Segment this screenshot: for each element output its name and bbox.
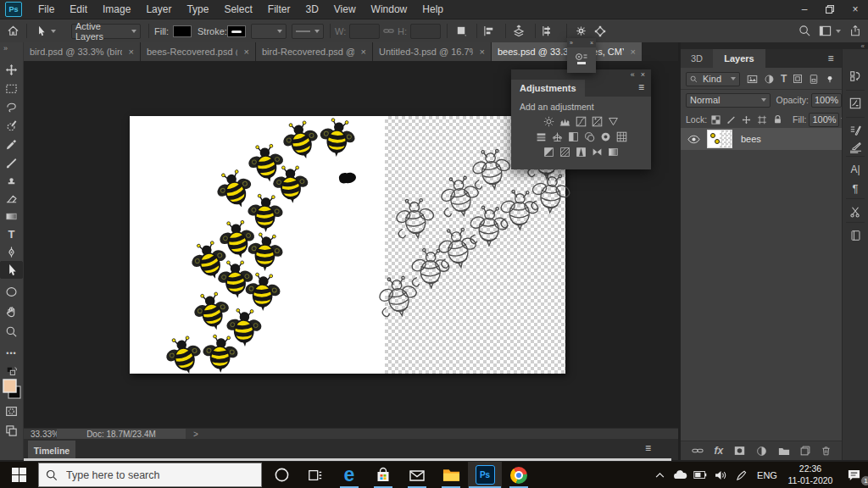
- tab-timeline[interactable]: Timeline: [28, 441, 75, 460]
- menu-type[interactable]: Type: [179, 0, 216, 19]
- layer-style-fx-icon[interactable]: fx: [715, 445, 724, 457]
- lock-position-icon[interactable]: [742, 115, 751, 125]
- zoom-tool[interactable]: [0, 323, 23, 341]
- battery-icon[interactable]: [690, 462, 710, 488]
- link-layers-icon[interactable]: [692, 446, 704, 455]
- photoshop-taskbar-button[interactable]: Ps: [468, 462, 502, 488]
- vibrance-icon[interactable]: [608, 116, 619, 127]
- mini-panel-close-icon[interactable]: ×: [590, 40, 593, 46]
- clock[interactable]: 22:36 11-01-2020: [782, 463, 839, 485]
- edge-button[interactable]: e: [332, 462, 366, 488]
- curves-icon[interactable]: [576, 116, 587, 127]
- character-panel-icon[interactable]: A|: [843, 159, 868, 180]
- black-white-icon[interactable]: [568, 131, 579, 142]
- path-selection-tool[interactable]: [0, 261, 23, 279]
- onedrive-icon[interactable]: [670, 462, 690, 488]
- type-tool[interactable]: T: [0, 225, 23, 243]
- action-center-button[interactable]: 1: [839, 462, 868, 488]
- tab-close-icon[interactable]: ×: [361, 47, 366, 57]
- brushes-icon[interactable]: [843, 137, 868, 158]
- tray-expand-icon[interactable]: [649, 462, 670, 488]
- menu-edit[interactable]: Edit: [62, 0, 95, 19]
- canvas-image[interactable]: [130, 116, 565, 374]
- new-adjustment-layer-icon[interactable]: [756, 446, 767, 457]
- screen-mode-icon[interactable]: [0, 422, 23, 440]
- menu-layer[interactable]: Layer: [138, 0, 179, 19]
- layer-row-bees[interactable]: bees: [681, 128, 842, 150]
- lock-all-icon[interactable]: [773, 114, 782, 125]
- chrome-button[interactable]: [502, 462, 536, 488]
- adjustments-menu-icon[interactable]: ≡: [638, 81, 644, 93]
- quick-selection-tool[interactable]: [0, 117, 23, 135]
- shape-tool[interactable]: [0, 283, 23, 301]
- menu-window[interactable]: Window: [364, 0, 415, 19]
- tab-close-icon[interactable]: ×: [631, 47, 636, 57]
- gradient-map-icon[interactable]: [592, 147, 603, 158]
- menu-3d[interactable]: 3D: [298, 0, 326, 19]
- windows-ink-icon[interactable]: [731, 462, 753, 488]
- history-icon[interactable]: [843, 66, 868, 86]
- edit-toolbar-icon[interactable]: •••: [0, 344, 23, 362]
- move-tool[interactable]: [0, 61, 23, 79]
- lock-transparency-icon[interactable]: [711, 115, 721, 125]
- libraries-panel-icon[interactable]: [843, 225, 868, 246]
- filter-shape-layers-icon[interactable]: [793, 74, 803, 84]
- new-layer-icon[interactable]: [800, 446, 810, 456]
- filter-adjustment-layers-icon[interactable]: [764, 74, 775, 85]
- tab-close-icon[interactable]: ×: [244, 47, 249, 57]
- stroke-type-dropdown[interactable]: [292, 19, 324, 42]
- hue-saturation-icon[interactable]: [536, 131, 547, 142]
- panel-collapse-icon[interactable]: «: [631, 70, 635, 79]
- new-group-icon[interactable]: [778, 446, 790, 456]
- search-icon[interactable]: [798, 19, 811, 42]
- mail-button[interactable]: [400, 462, 434, 488]
- status-chevron-icon[interactable]: >: [193, 430, 198, 439]
- delete-layer-icon[interactable]: [821, 446, 831, 456]
- photo-filter-icon[interactable]: [584, 131, 595, 142]
- search-input[interactable]: [64, 469, 246, 482]
- add-layer-mask-icon[interactable]: [734, 446, 745, 456]
- layer-visibility-eye-icon[interactable]: [687, 135, 700, 144]
- tab-adjustments[interactable]: Adjustments: [511, 80, 585, 97]
- clone-stamp-tool[interactable]: [0, 172, 23, 190]
- pen-tool[interactable]: [0, 243, 23, 261]
- hand-tool[interactable]: [0, 303, 23, 321]
- minimize-button[interactable]: –: [792, 0, 817, 19]
- glyphs-panel-icon[interactable]: [843, 202, 868, 222]
- timeline-menu-icon[interactable]: ≡: [645, 442, 651, 454]
- task-view-button[interactable]: [298, 462, 332, 488]
- exposure-icon[interactable]: [592, 116, 603, 127]
- lock-pixels-icon[interactable]: [726, 115, 736, 125]
- marquee-tool[interactable]: [0, 80, 23, 97]
- threshold-icon[interactable]: [576, 147, 587, 158]
- layer-thumbnail[interactable]: [707, 130, 732, 148]
- color-lookup-icon[interactable]: [616, 131, 627, 142]
- panel-close-icon[interactable]: ×: [641, 70, 645, 79]
- volume-icon[interactable]: [710, 462, 731, 488]
- zoom-level[interactable]: 33.33%: [31, 430, 59, 439]
- path-distribute-button[interactable]: [542, 19, 554, 42]
- link-dimensions-icon[interactable]: [383, 19, 394, 42]
- restore-button[interactable]: [817, 0, 843, 19]
- doc-tab-untitled3[interactable]: Untitled-3.psd @ 16.7% (... ×: [373, 42, 492, 61]
- start-button[interactable]: [0, 462, 38, 488]
- path-arrangement-button[interactable]: [512, 19, 526, 42]
- color-balance-icon[interactable]: [552, 131, 563, 142]
- path-operations-button[interactable]: [455, 19, 468, 42]
- menu-select[interactable]: Select: [216, 0, 259, 19]
- filter-pixel-layers-icon[interactable]: [747, 74, 758, 85]
- fill-swatch[interactable]: [173, 19, 192, 42]
- language-indicator[interactable]: ENG: [753, 470, 782, 480]
- store-button[interactable]: [366, 462, 400, 488]
- paragraph-panel-icon[interactable]: ¶: [843, 178, 868, 198]
- fill-value[interactable]: 100%: [809, 113, 839, 127]
- path-alignment-button[interactable]: [483, 19, 496, 42]
- tab-3d[interactable]: 3D: [681, 49, 713, 68]
- layers-panel-menu-icon[interactable]: ≡: [820, 49, 842, 68]
- menu-image[interactable]: Image: [95, 0, 138, 19]
- file-explorer-button[interactable]: [434, 462, 468, 488]
- height-field[interactable]: [410, 19, 441, 42]
- menu-filter[interactable]: Filter: [260, 0, 298, 19]
- brightness-contrast-icon[interactable]: [543, 116, 554, 127]
- doc-tab-bees-recovered[interactable]: bees-Recovered.psd @ 3... ×: [141, 42, 256, 61]
